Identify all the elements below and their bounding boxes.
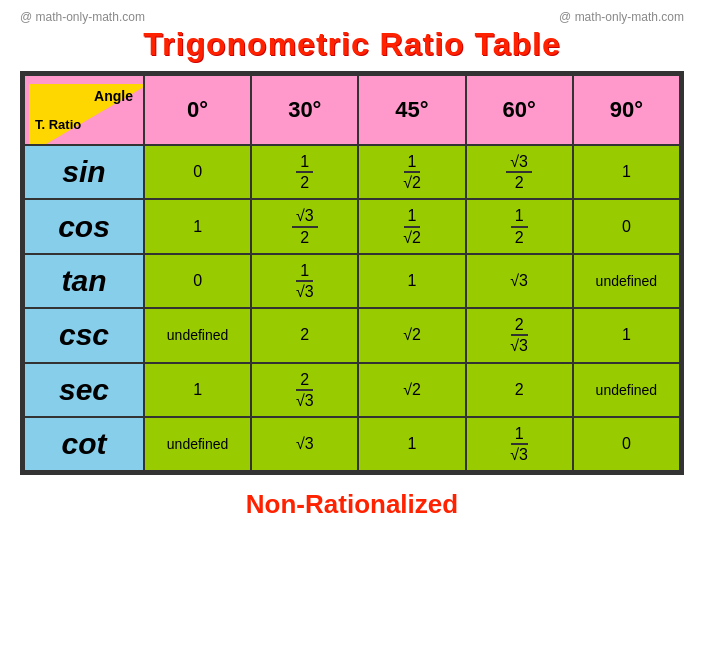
sec-45: √2: [358, 363, 465, 417]
sin-label: sin: [24, 145, 144, 199]
subtitle: Non-Rationalized: [246, 489, 458, 520]
sin-60: √32: [466, 145, 573, 199]
angle-cell: Angle T. Ratio: [24, 75, 144, 145]
cos-60: 12: [466, 199, 573, 253]
cot-90: 0: [573, 417, 680, 471]
tan-0: 0: [144, 254, 251, 308]
cos-30: √32: [251, 199, 358, 253]
cos-row: cos 1 √32 1√2 12 0: [24, 199, 680, 253]
cos-0: 1: [144, 199, 251, 253]
cos-45: 1√2: [358, 199, 465, 253]
sec-60: 2: [466, 363, 573, 417]
sin-0: 0: [144, 145, 251, 199]
trig-table: Angle T. Ratio 0° 30° 45° 60° 90° sin 0 …: [23, 74, 681, 472]
csc-30: 2: [251, 308, 358, 362]
angle-90: 90°: [573, 75, 680, 145]
cot-30: √3: [251, 417, 358, 471]
ratio-label-header: T. Ratio: [35, 117, 81, 132]
tan-60: √3: [466, 254, 573, 308]
tan-90: undefined: [573, 254, 680, 308]
cot-60: 1√3: [466, 417, 573, 471]
csc-0: undefined: [144, 308, 251, 362]
tan-45: 1: [358, 254, 465, 308]
trig-table-wrapper: Angle T. Ratio 0° 30° 45° 60° 90° sin 0 …: [20, 71, 684, 475]
header-row: Angle T. Ratio 0° 30° 45° 60° 90°: [24, 75, 680, 145]
sec-90: undefined: [573, 363, 680, 417]
csc-45: √2: [358, 308, 465, 362]
sin-30: 12: [251, 145, 358, 199]
csc-label: csc: [24, 308, 144, 362]
page-container: @ math-only-math.com @ math-only-math.co…: [0, 0, 704, 656]
watermark-left: @ math-only-math.com: [20, 10, 145, 24]
sec-row: sec 1 2√3 √2 2 undefined: [24, 363, 680, 417]
angle-60: 60°: [466, 75, 573, 145]
csc-90: 1: [573, 308, 680, 362]
csc-60: 2√3: [466, 308, 573, 362]
sec-label: sec: [24, 363, 144, 417]
sin-45: 1√2: [358, 145, 465, 199]
tan-label: tan: [24, 254, 144, 308]
sec-0: 1: [144, 363, 251, 417]
cot-row: cot undefined √3 1 1√3 0: [24, 417, 680, 471]
cos-90: 0: [573, 199, 680, 253]
sin-row: sin 0 12 1√2 √32 1: [24, 145, 680, 199]
tan-30: 1√3: [251, 254, 358, 308]
watermark-right: @ math-only-math.com: [559, 10, 684, 24]
tan-row: tan 0 1√3 1 √3 undefined: [24, 254, 680, 308]
angle-30: 30°: [251, 75, 358, 145]
cot-label: cot: [24, 417, 144, 471]
angle-45: 45°: [358, 75, 465, 145]
csc-row: csc undefined 2 √2 2√3 1: [24, 308, 680, 362]
sin-90: 1: [573, 145, 680, 199]
cot-45: 1: [358, 417, 465, 471]
cot-0: undefined: [144, 417, 251, 471]
angle-label: Angle: [94, 88, 133, 104]
watermark-top: @ math-only-math.com @ math-only-math.co…: [20, 10, 684, 24]
angle-0: 0°: [144, 75, 251, 145]
sec-30: 2√3: [251, 363, 358, 417]
cos-label: cos: [24, 199, 144, 253]
page-title: Trigonometric Ratio Table: [143, 26, 560, 63]
